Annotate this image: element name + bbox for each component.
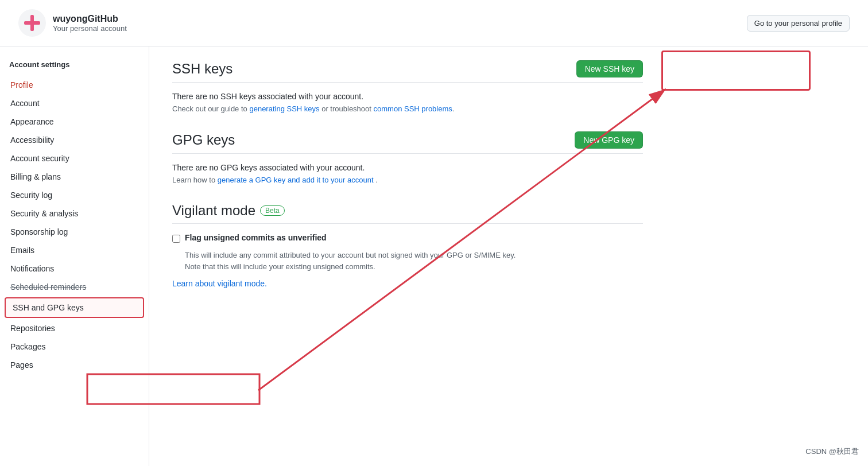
sidebar-item-accessibility[interactable]: Accessibility bbox=[0, 131, 149, 149]
main-content: SSH keys New SSH key There are no SSH ke… bbox=[149, 46, 666, 466]
ssh-keys-section: SSH keys New SSH key There are no SSH ke… bbox=[172, 60, 643, 113]
ssh-keys-title: SSH keys bbox=[172, 61, 232, 77]
gpg-keys-section: GPG keys New GPG key There are no GPG ke… bbox=[172, 131, 643, 184]
gpg-generate-link[interactable]: generate a GPG key and add it to your ac… bbox=[218, 176, 374, 184]
gpg-help-text: Learn how to generate a GPG key and add … bbox=[172, 176, 643, 184]
vigilant-mode-section: Vigilant mode Beta Flag unsigned commits… bbox=[172, 203, 643, 288]
user-info: wuyongGitHub Your personal account bbox=[18, 9, 127, 37]
username: wuyongGitHub bbox=[53, 14, 127, 24]
ssh-keys-header: SSH keys New SSH key bbox=[172, 60, 643, 83]
new-gpg-key-button[interactable]: New GPG key bbox=[575, 131, 643, 149]
vigilant-checkbox-row: Flag unsigned commits as unverified bbox=[172, 233, 643, 243]
sidebar-item-security-analysis[interactable]: Security & analysis bbox=[0, 204, 149, 223]
sidebar-heading: Account settings bbox=[0, 56, 149, 73]
sidebar-item-account-security[interactable]: Account security bbox=[0, 149, 149, 168]
sidebar-item-security-log[interactable]: Security log bbox=[0, 186, 149, 204]
sidebar-item-scheduled-reminders[interactable]: Scheduled reminders bbox=[0, 278, 149, 296]
account-subtitle: Your personal account bbox=[53, 24, 127, 33]
sidebar-item-repositories[interactable]: Repositories bbox=[0, 319, 149, 337]
vigilant-mode-header: Vigilant mode Beta bbox=[172, 203, 643, 224]
sidebar-item-emails[interactable]: Emails bbox=[0, 241, 149, 259]
sidebar: Account settings Profile Account Appeara… bbox=[0, 46, 149, 466]
sidebar-item-sponsorship-log[interactable]: Sponsorship log bbox=[0, 223, 149, 241]
vigilant-description: This will include any commit attributed … bbox=[185, 250, 643, 272]
sidebar-item-pages[interactable]: Pages bbox=[0, 356, 149, 374]
sidebar-item-billing[interactable]: Billing & plans bbox=[0, 168, 149, 186]
ssh-problems-link[interactable]: common SSH problems bbox=[374, 104, 452, 113]
sidebar-item-ssh-gpg-keys[interactable]: SSH and GPG keys bbox=[5, 297, 144, 318]
gpg-keys-title: GPG keys bbox=[172, 132, 235, 148]
content-area: Account settings Profile Account Appeara… bbox=[0, 46, 868, 466]
top-bar: wuyongGitHub Your personal account Go to… bbox=[0, 0, 868, 46]
vigilant-mode-title: Vigilant mode bbox=[172, 203, 255, 219]
sidebar-item-packages[interactable]: Packages bbox=[0, 337, 149, 356]
avatar bbox=[18, 9, 46, 37]
gpg-no-keys-text: There are no GPG keys associated with yo… bbox=[172, 163, 643, 172]
ssh-generating-link[interactable]: generating SSH keys bbox=[249, 104, 319, 113]
ssh-help-text: Check out our guide to generating SSH ke… bbox=[172, 104, 643, 113]
avatar-icon bbox=[23, 14, 41, 32]
gpg-keys-header: GPG keys New GPG key bbox=[172, 131, 643, 154]
sidebar-item-account[interactable]: Account bbox=[0, 94, 149, 112]
sidebar-item-notifications[interactable]: Notifications bbox=[0, 259, 149, 278]
go-to-profile-button[interactable]: Go to your personal profile bbox=[747, 15, 850, 32]
new-ssh-key-button[interactable]: New SSH key bbox=[576, 60, 643, 77]
learn-vigilant-link-container: Learn about vigilant mode. bbox=[172, 279, 643, 288]
sidebar-item-profile[interactable]: Profile bbox=[0, 76, 149, 94]
vigilant-checkbox[interactable] bbox=[172, 235, 180, 243]
watermark: CSDN @秋田君 bbox=[805, 446, 859, 457]
sidebar-item-appearance[interactable]: Appearance bbox=[0, 112, 149, 131]
user-text: wuyongGitHub Your personal account bbox=[53, 14, 127, 33]
beta-badge: Beta bbox=[260, 205, 285, 216]
vigilant-checkbox-label[interactable]: Flag unsigned commits as unverified bbox=[185, 233, 327, 242]
learn-vigilant-link[interactable]: Learn about vigilant mode. bbox=[172, 279, 267, 288]
ssh-no-keys-text: There are no SSH keys associated with yo… bbox=[172, 92, 643, 101]
